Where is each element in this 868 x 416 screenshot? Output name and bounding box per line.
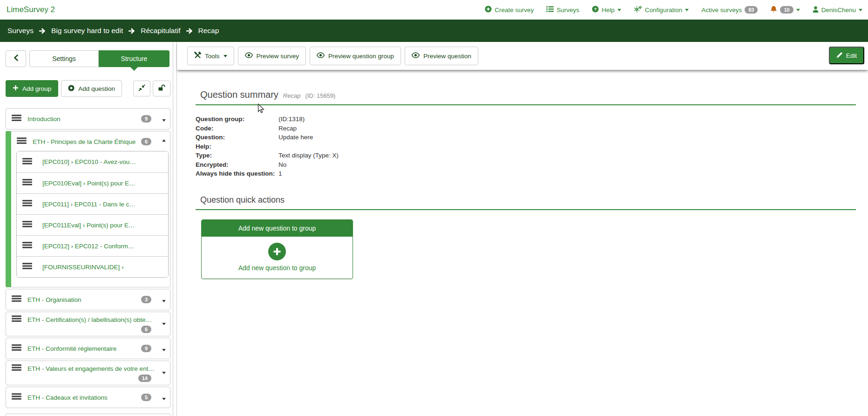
surveys-link[interactable]: Surveys [546, 6, 579, 14]
add-group-label: Add group [22, 85, 51, 92]
toggle-lock-button[interactable] [153, 81, 170, 96]
main-panel: Tools Preview survey Preview question gr… [177, 42, 868, 416]
group-row[interactable]: ETH - Valeurs et engagements de votre en… [6, 361, 170, 385]
help-menu[interactable]: ? Help [592, 6, 621, 14]
detail-value: Text display (Type: X) [278, 151, 856, 160]
question-row[interactable]: [EPC010Eval] › Point(s) pour E… [17, 172, 168, 193]
unlock-icon [158, 84, 165, 93]
expanded-group: ETH - Principes de la Charte Éthique6[EP… [6, 131, 170, 287]
preview-question-button[interactable]: Preview question [405, 47, 478, 65]
active-surveys-count-badge: 83 [745, 6, 758, 14]
detail-value: Update here [278, 133, 856, 142]
caret-down-icon[interactable] [162, 398, 166, 402]
cogs-icon [634, 6, 642, 14]
caret-down-icon[interactable] [162, 349, 166, 353]
active-surveys-link[interactable]: Active surveys 83 [701, 6, 758, 14]
group-row[interactable]: Introduction9 [6, 108, 170, 130]
drag-handle-icon[interactable] [17, 137, 27, 146]
caret-down-icon[interactable] [162, 300, 166, 304]
add-question-card-link[interactable]: Add new question to group [202, 264, 353, 272]
detail-label: Encrypted: [196, 160, 278, 170]
caret-down-icon[interactable] [162, 323, 166, 327]
drag-handle-icon[interactable] [22, 178, 32, 188]
detail-value: No [278, 160, 856, 170]
drag-handle-icon[interactable] [12, 344, 21, 353]
add-question-card: Add new question to group Add new questi… [201, 219, 353, 279]
drag-handle-icon[interactable] [22, 241, 32, 251]
group-row-partial[interactable] [6, 414, 170, 416]
question-row[interactable]: [EPC011] › EPC011 - Dans le c… [17, 193, 168, 214]
edit-label: Edit [846, 52, 857, 59]
add-question-card-header[interactable]: Add new question to group [202, 220, 353, 237]
drag-handle-icon[interactable] [12, 114, 21, 123]
group-row[interactable]: ETH - Conformité réglementaire9 [6, 338, 170, 359]
question-id-subtitle: (ID: 15659) [305, 92, 335, 99]
question-row[interactable]: [EPC010] › EPC010 - Avez-vou… [17, 151, 168, 172]
question-summary-title: Question summary [200, 89, 278, 100]
drag-handle-icon[interactable] [12, 393, 21, 402]
question-row[interactable]: [EPC012] › EPC012 - Conform… [17, 235, 168, 256]
group-row[interactable]: ETH - Principes de la Charte Éthique6 [11, 131, 170, 150]
drag-handle-icon[interactable] [22, 220, 32, 230]
drag-handle-icon[interactable] [12, 364, 21, 373]
sidebar-scrollbar[interactable] [173, 42, 177, 416]
detail-label: Question: [196, 133, 278, 142]
group-label: Introduction [27, 116, 61, 123]
drag-handle-icon[interactable] [12, 315, 21, 324]
eye-icon [412, 52, 420, 60]
preview-question-group-label: Preview question group [328, 53, 394, 60]
group-count-badge: 5 [141, 394, 151, 401]
quick-actions-title: Question quick actions [200, 195, 856, 205]
breadcrumb-group[interactable]: Récapitulatif [141, 27, 180, 35]
drag-handle-icon[interactable] [12, 295, 21, 304]
structure-sidebar: Settings Structure Add group Add questio… [0, 42, 173, 416]
group-row[interactable]: ETH - Certification(s) / labellisation(s… [6, 312, 170, 336]
tab-settings[interactable]: Settings [29, 50, 99, 67]
edit-button[interactable]: Edit [829, 47, 864, 64]
detail-value: (ID:1318) [278, 115, 856, 124]
group-row[interactable]: ETH - Cadeaux et invitations5 [6, 387, 170, 408]
notifications-count-badge: 10 [780, 6, 793, 14]
question-row[interactable]: [FOURNISSEURINVALIDE] › [17, 256, 168, 277]
preview-question-group-button[interactable]: Preview question group [310, 47, 401, 65]
svg-text:?: ? [594, 7, 597, 12]
breadcrumb-survey-title[interactable]: Big survey hard to edit [51, 27, 123, 35]
add-question-label: Add question [78, 85, 115, 92]
question-label: [EPC010Eval] › Point(s) pour E… [42, 180, 136, 187]
group-label: ETH - Organisation [27, 296, 81, 303]
group-row[interactable]: ETH - Organisation3 [6, 289, 170, 310]
drag-handle-icon[interactable] [22, 262, 32, 272]
tools-menu-button[interactable]: Tools [187, 47, 234, 65]
drag-handle-icon[interactable] [22, 199, 32, 209]
surveys-label: Surveys [556, 7, 579, 14]
arrow-right-icon [39, 28, 46, 34]
configuration-menu[interactable]: Configuration [634, 6, 689, 14]
breadcrumb-question[interactable]: Recap [198, 27, 219, 35]
user-menu[interactable]: DenisChenu [813, 6, 862, 14]
collapse-all-button[interactable] [133, 81, 150, 96]
plus-icon [13, 85, 19, 92]
compress-icon [138, 84, 145, 93]
question-row[interactable]: [EPC011Eval] › Point(s) pour E… [17, 214, 168, 235]
question-label: [EPC010] › EPC010 - Avez-vou… [42, 158, 136, 165]
configuration-label: Configuration [645, 7, 682, 14]
collapse-sidebar-button[interactable] [6, 50, 26, 67]
caret-up-icon[interactable] [162, 139, 166, 142]
caret-down-icon[interactable] [162, 372, 166, 376]
app-title[interactable]: LimeSurvey 2 [7, 5, 55, 14]
sidebar-actions: Add group Add question [6, 80, 170, 97]
preview-survey-button[interactable]: Preview survey [238, 47, 306, 65]
add-question-plus-button[interactable] [268, 243, 286, 260]
create-survey-link[interactable]: Create survey [485, 6, 534, 14]
caret-down-icon[interactable] [162, 119, 166, 123]
add-question-button[interactable]: Add question [61, 80, 122, 97]
breadcrumb-surveys[interactable]: Surveys [7, 27, 34, 35]
add-group-button[interactable]: Add group [6, 80, 58, 97]
question-details: Question group:(ID:1318)Code:RecapQuesti… [196, 115, 856, 178]
drag-handle-icon[interactable] [22, 157, 32, 167]
group-count-badge: 6 [141, 326, 151, 333]
notifications-menu[interactable]: 10 [770, 6, 800, 14]
tab-structure[interactable]: Structure [99, 50, 170, 67]
pencil-icon [836, 52, 843, 60]
sidebar-tabs: Settings Structure [6, 50, 170, 67]
